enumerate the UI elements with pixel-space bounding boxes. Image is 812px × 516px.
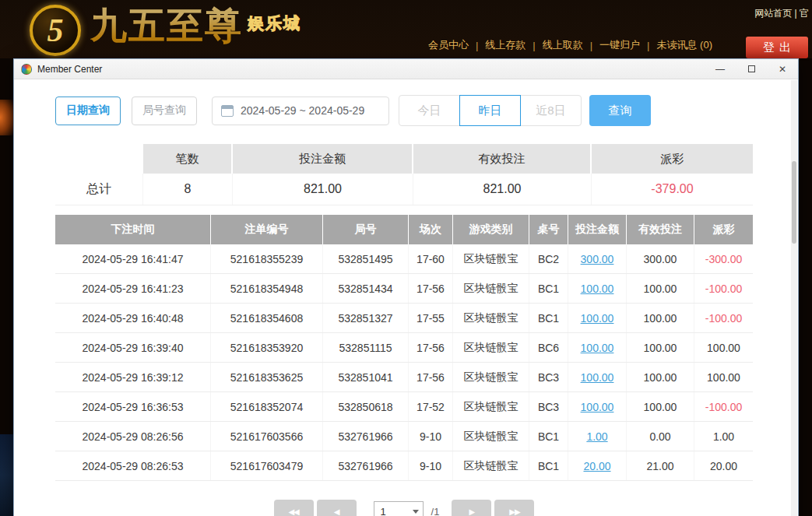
game-type-cell: 区块链骰宝 bbox=[453, 363, 529, 391]
bet-time-cell: 2024-05-29 16:39:40 bbox=[55, 333, 211, 362]
site-header: 网站首页 | 官 5 九五至尊 娱乐城 会员中心|线上存款|线上取款|一键归户|… bbox=[0, 0, 812, 58]
table-number-cell: BC3 bbox=[529, 392, 568, 421]
round-number-cell: 532851495 bbox=[323, 244, 409, 273]
page-total: /1 bbox=[431, 506, 440, 516]
nav-separator: | bbox=[647, 40, 649, 51]
valid-bet-cell: 21.00 bbox=[627, 451, 694, 480]
valid-bet-cell: 100.00 bbox=[627, 304, 694, 332]
order-number-cell: 521618355239 bbox=[211, 244, 323, 273]
table-number-cell: BC1 bbox=[529, 274, 568, 303]
summary-total-row: 总计 8 821.00 821.00 -379.00 bbox=[55, 174, 753, 205]
minimize-button[interactable]: — bbox=[705, 59, 736, 79]
site-logo: 5 九五至尊 娱乐城 bbox=[30, 5, 301, 56]
table-row: 2024-05-29 08:26:53521617603479532761966… bbox=[55, 451, 753, 481]
round-number-cell: 532761966 bbox=[323, 422, 409, 451]
game-type-cell: 区块链骰宝 bbox=[453, 451, 529, 480]
game-type-cell: 区块链骰宝 bbox=[453, 422, 529, 451]
valid-bet-cell: 100.00 bbox=[627, 363, 694, 391]
today-button[interactable]: 今日 bbox=[399, 95, 460, 126]
round-number-cell: 532851327 bbox=[323, 304, 409, 332]
logout-button[interactable]: 登出 bbox=[746, 37, 808, 58]
window-titlebar[interactable]: Member Center — ✕ bbox=[14, 59, 798, 79]
window-title: Member Center bbox=[37, 64, 102, 75]
order-number-cell: 521618353920 bbox=[211, 333, 323, 362]
prev-page-button[interactable]: ◀ bbox=[317, 500, 357, 516]
bet-time-cell: 2024-05-29 08:26:53 bbox=[55, 451, 211, 480]
bet-table-header: 下注时间注单编号局号场次游戏类别桌号投注金额有效投注派彩 bbox=[55, 215, 753, 244]
page-select[interactable]: 1 bbox=[374, 501, 424, 516]
background-fragment-orange bbox=[0, 100, 13, 135]
nav-link[interactable]: 线上存款 bbox=[485, 38, 526, 52]
game-type-cell: 区块链骰宝 bbox=[453, 304, 529, 332]
valid-bet-cell: 300.00 bbox=[627, 244, 694, 273]
session-cell: 17-55 bbox=[409, 304, 453, 332]
session-cell: 17-56 bbox=[409, 363, 453, 391]
date-range-value: 2024-05-29 ~ 2024-05-29 bbox=[241, 104, 364, 117]
first-page-button[interactable]: ◀◀ bbox=[274, 500, 314, 516]
bet-amount-cell[interactable]: 1.00 bbox=[568, 422, 627, 451]
bet-amount-cell[interactable]: 20.00 bbox=[568, 451, 627, 480]
summary-total-label: 总计 bbox=[55, 174, 143, 205]
payout-cell: -100.00 bbox=[694, 392, 753, 421]
round-number-cell: 532851434 bbox=[323, 274, 409, 303]
nav-link[interactable]: 未读讯息 (0) bbox=[657, 38, 713, 52]
bet-table-header-cell: 派彩 bbox=[694, 215, 753, 244]
bet-amount-cell[interactable]: 100.00 bbox=[568, 274, 627, 303]
last-page-button[interactable]: ▶▶ bbox=[494, 500, 534, 516]
bet-amount-cell[interactable]: 300.00 bbox=[568, 244, 627, 273]
bet-amount-cell[interactable]: 100.00 bbox=[568, 304, 627, 332]
bet-table-header-cell: 游戏类别 bbox=[453, 215, 529, 244]
member-center-window: Member Center — ✕ 日期查询 局号查询 2024-05-29 ~… bbox=[13, 58, 799, 516]
bet-time-cell: 2024-05-29 08:26:56 bbox=[55, 422, 211, 451]
nav-link[interactable]: 线上取款 bbox=[543, 38, 583, 52]
bet-table-header-cell: 有效投注 bbox=[627, 215, 694, 244]
maximize-button[interactable] bbox=[736, 59, 767, 79]
bet-table-header-cell: 场次 bbox=[409, 215, 453, 244]
summary-header-cell: 派彩 bbox=[592, 144, 753, 174]
logo-name: 九五至尊 bbox=[90, 6, 243, 47]
next-page-button[interactable]: ▶ bbox=[452, 500, 491, 516]
topbar-links[interactable]: 网站首页 | 官 bbox=[754, 7, 809, 20]
background-fragment-blue bbox=[0, 434, 13, 516]
tab-date-query[interactable]: 日期查询 bbox=[55, 97, 121, 125]
bet-time-cell: 2024-05-29 16:40:48 bbox=[55, 304, 211, 332]
summary-header-cell: 投注金额 bbox=[233, 144, 413, 174]
table-number-cell: BC1 bbox=[529, 451, 568, 480]
nav-link[interactable]: 一键归户 bbox=[599, 38, 640, 52]
table-number-cell: BC2 bbox=[529, 244, 568, 273]
summary-payout: -379.00 bbox=[592, 174, 753, 205]
payout-cell: -100.00 bbox=[694, 274, 753, 303]
nav-separator: | bbox=[476, 40, 478, 51]
bet-amount-cell[interactable]: 100.00 bbox=[568, 392, 627, 421]
query-button[interactable]: 查询 bbox=[589, 95, 651, 126]
date-range-input[interactable]: 2024-05-29 ~ 2024-05-29 bbox=[212, 97, 389, 125]
payout-cell: -100.00 bbox=[694, 304, 753, 332]
game-type-cell: 区块链骰宝 bbox=[453, 333, 529, 362]
last8days-button[interactable]: 近8日 bbox=[520, 95, 582, 126]
chevron-down-icon bbox=[413, 510, 419, 514]
summary-table: 笔数投注金额有效投注派彩 总计 8 821.00 821.00 -379.00 bbox=[55, 144, 753, 205]
valid-bet-cell: 100.00 bbox=[627, 333, 694, 362]
bet-time-cell: 2024-05-29 16:36:53 bbox=[55, 392, 211, 421]
tab-round-query[interactable]: 局号查询 bbox=[132, 97, 197, 125]
close-button[interactable]: ✕ bbox=[767, 59, 798, 79]
filter-bar: 日期查询 局号查询 2024-05-29 ~ 2024-05-29 今日 昨日 … bbox=[55, 95, 798, 126]
table-row: 2024-05-29 08:26:56521617603566532761966… bbox=[55, 422, 753, 451]
session-cell: 17-52 bbox=[409, 392, 453, 421]
table-row: 2024-05-29 16:40:48521618354608532851327… bbox=[55, 304, 753, 333]
yesterday-button[interactable]: 昨日 bbox=[459, 95, 521, 126]
logo-number-icon: 5 bbox=[30, 5, 81, 56]
order-number-cell: 521618354608 bbox=[211, 304, 323, 332]
session-cell: 17-56 bbox=[409, 274, 453, 303]
window-scrollbar[interactable] bbox=[791, 80, 797, 516]
scrollbar-thumb[interactable] bbox=[792, 161, 796, 244]
game-type-cell: 区块链骰宝 bbox=[453, 392, 529, 421]
table-row: 2024-05-29 16:41:47521618355239532851495… bbox=[55, 244, 753, 274]
bet-amount-cell[interactable]: 100.00 bbox=[568, 363, 627, 391]
session-cell: 9-10 bbox=[409, 422, 453, 451]
nav-link[interactable]: 会员中心 bbox=[428, 38, 469, 52]
game-type-cell: 区块链骰宝 bbox=[453, 244, 529, 273]
bet-table-body: 2024-05-29 16:41:47521618355239532851495… bbox=[55, 244, 753, 481]
bet-amount-cell[interactable]: 100.00 bbox=[568, 333, 627, 362]
summary-count: 8 bbox=[143, 174, 233, 205]
